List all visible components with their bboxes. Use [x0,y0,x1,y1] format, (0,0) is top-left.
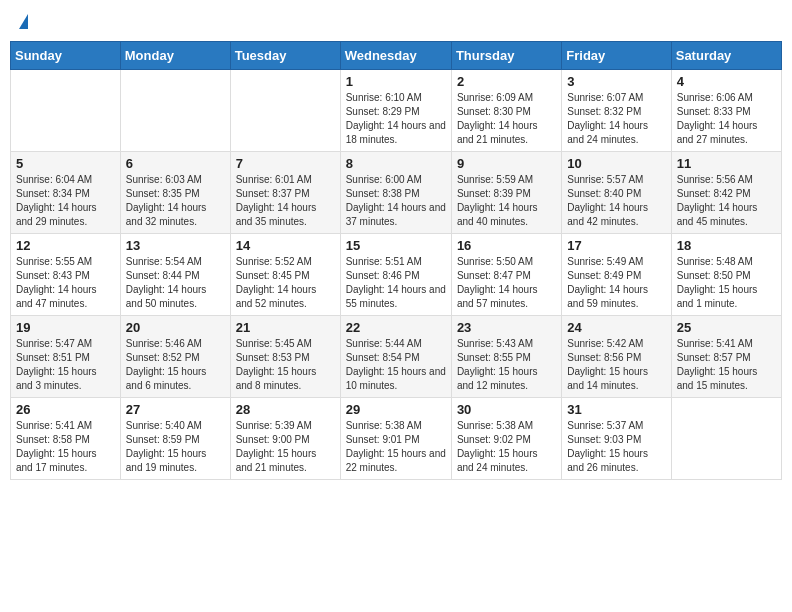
calendar-week-row: 26Sunrise: 5:41 AMSunset: 8:58 PMDayligh… [11,398,782,480]
logo-triangle-icon [19,14,28,29]
day-info: Sunrise: 5:46 AMSunset: 8:52 PMDaylight:… [126,337,225,393]
day-info: Sunrise: 5:51 AMSunset: 8:46 PMDaylight:… [346,255,446,311]
day-info: Sunrise: 5:56 AMSunset: 8:42 PMDaylight:… [677,173,776,229]
day-number: 12 [16,238,115,253]
calendar-table: SundayMondayTuesdayWednesdayThursdayFrid… [10,41,782,480]
calendar-header-row: SundayMondayTuesdayWednesdayThursdayFrid… [11,42,782,70]
calendar-cell: 8Sunrise: 6:00 AMSunset: 8:38 PMDaylight… [340,152,451,234]
page-header [10,10,782,33]
day-number: 20 [126,320,225,335]
calendar-body: 1Sunrise: 6:10 AMSunset: 8:29 PMDaylight… [11,70,782,480]
calendar-cell: 23Sunrise: 5:43 AMSunset: 8:55 PMDayligh… [451,316,561,398]
calendar-week-row: 1Sunrise: 6:10 AMSunset: 8:29 PMDaylight… [11,70,782,152]
day-info: Sunrise: 6:07 AMSunset: 8:32 PMDaylight:… [567,91,665,147]
calendar-week-row: 19Sunrise: 5:47 AMSunset: 8:51 PMDayligh… [11,316,782,398]
calendar-cell: 16Sunrise: 5:50 AMSunset: 8:47 PMDayligh… [451,234,561,316]
day-info: Sunrise: 6:01 AMSunset: 8:37 PMDaylight:… [236,173,335,229]
day-info: Sunrise: 5:50 AMSunset: 8:47 PMDaylight:… [457,255,556,311]
day-info: Sunrise: 5:52 AMSunset: 8:45 PMDaylight:… [236,255,335,311]
day-info: Sunrise: 5:39 AMSunset: 9:00 PMDaylight:… [236,419,335,475]
calendar-cell: 4Sunrise: 6:06 AMSunset: 8:33 PMDaylight… [671,70,781,152]
day-number: 6 [126,156,225,171]
day-number: 17 [567,238,665,253]
day-number: 23 [457,320,556,335]
calendar-cell: 25Sunrise: 5:41 AMSunset: 8:57 PMDayligh… [671,316,781,398]
day-info: Sunrise: 5:41 AMSunset: 8:57 PMDaylight:… [677,337,776,393]
day-number: 16 [457,238,556,253]
calendar-cell: 31Sunrise: 5:37 AMSunset: 9:03 PMDayligh… [562,398,671,480]
weekday-header-wednesday: Wednesday [340,42,451,70]
calendar-cell: 24Sunrise: 5:42 AMSunset: 8:56 PMDayligh… [562,316,671,398]
day-info: Sunrise: 6:00 AMSunset: 8:38 PMDaylight:… [346,173,446,229]
calendar-cell: 3Sunrise: 6:07 AMSunset: 8:32 PMDaylight… [562,70,671,152]
logo [18,14,29,29]
day-number: 24 [567,320,665,335]
day-number: 10 [567,156,665,171]
day-info: Sunrise: 6:06 AMSunset: 8:33 PMDaylight:… [677,91,776,147]
day-info: Sunrise: 5:38 AMSunset: 9:02 PMDaylight:… [457,419,556,475]
day-info: Sunrise: 5:55 AMSunset: 8:43 PMDaylight:… [16,255,115,311]
day-number: 21 [236,320,335,335]
calendar-cell [230,70,340,152]
day-info: Sunrise: 5:47 AMSunset: 8:51 PMDaylight:… [16,337,115,393]
day-number: 9 [457,156,556,171]
calendar-cell: 10Sunrise: 5:57 AMSunset: 8:40 PMDayligh… [562,152,671,234]
calendar-cell: 1Sunrise: 6:10 AMSunset: 8:29 PMDaylight… [340,70,451,152]
calendar-week-row: 5Sunrise: 6:04 AMSunset: 8:34 PMDaylight… [11,152,782,234]
day-number: 31 [567,402,665,417]
day-info: Sunrise: 5:38 AMSunset: 9:01 PMDaylight:… [346,419,446,475]
day-info: Sunrise: 5:44 AMSunset: 8:54 PMDaylight:… [346,337,446,393]
calendar-cell: 7Sunrise: 6:01 AMSunset: 8:37 PMDaylight… [230,152,340,234]
day-info: Sunrise: 5:41 AMSunset: 8:58 PMDaylight:… [16,419,115,475]
calendar-cell: 30Sunrise: 5:38 AMSunset: 9:02 PMDayligh… [451,398,561,480]
day-info: Sunrise: 5:54 AMSunset: 8:44 PMDaylight:… [126,255,225,311]
weekday-header-saturday: Saturday [671,42,781,70]
calendar-cell: 5Sunrise: 6:04 AMSunset: 8:34 PMDaylight… [11,152,121,234]
calendar-cell: 2Sunrise: 6:09 AMSunset: 8:30 PMDaylight… [451,70,561,152]
day-number: 7 [236,156,335,171]
calendar-cell [120,70,230,152]
calendar-cell: 29Sunrise: 5:38 AMSunset: 9:01 PMDayligh… [340,398,451,480]
calendar-cell: 26Sunrise: 5:41 AMSunset: 8:58 PMDayligh… [11,398,121,480]
day-number: 13 [126,238,225,253]
calendar-cell: 20Sunrise: 5:46 AMSunset: 8:52 PMDayligh… [120,316,230,398]
calendar-cell [671,398,781,480]
day-number: 4 [677,74,776,89]
weekday-header-friday: Friday [562,42,671,70]
calendar-cell: 6Sunrise: 6:03 AMSunset: 8:35 PMDaylight… [120,152,230,234]
day-info: Sunrise: 6:10 AMSunset: 8:29 PMDaylight:… [346,91,446,147]
calendar-cell: 19Sunrise: 5:47 AMSunset: 8:51 PMDayligh… [11,316,121,398]
calendar-cell: 14Sunrise: 5:52 AMSunset: 8:45 PMDayligh… [230,234,340,316]
day-info: Sunrise: 5:48 AMSunset: 8:50 PMDaylight:… [677,255,776,311]
weekday-header-tuesday: Tuesday [230,42,340,70]
day-number: 3 [567,74,665,89]
day-info: Sunrise: 6:04 AMSunset: 8:34 PMDaylight:… [16,173,115,229]
calendar-cell: 9Sunrise: 5:59 AMSunset: 8:39 PMDaylight… [451,152,561,234]
weekday-header-monday: Monday [120,42,230,70]
day-info: Sunrise: 5:57 AMSunset: 8:40 PMDaylight:… [567,173,665,229]
calendar-cell: 27Sunrise: 5:40 AMSunset: 8:59 PMDayligh… [120,398,230,480]
day-number: 30 [457,402,556,417]
day-number: 26 [16,402,115,417]
day-number: 27 [126,402,225,417]
day-info: Sunrise: 5:59 AMSunset: 8:39 PMDaylight:… [457,173,556,229]
calendar-cell: 18Sunrise: 5:48 AMSunset: 8:50 PMDayligh… [671,234,781,316]
day-info: Sunrise: 6:03 AMSunset: 8:35 PMDaylight:… [126,173,225,229]
calendar-cell: 15Sunrise: 5:51 AMSunset: 8:46 PMDayligh… [340,234,451,316]
day-number: 5 [16,156,115,171]
day-number: 19 [16,320,115,335]
day-number: 14 [236,238,335,253]
calendar-week-row: 12Sunrise: 5:55 AMSunset: 8:43 PMDayligh… [11,234,782,316]
day-number: 25 [677,320,776,335]
day-number: 8 [346,156,446,171]
day-number: 1 [346,74,446,89]
day-number: 11 [677,156,776,171]
day-number: 22 [346,320,446,335]
day-number: 18 [677,238,776,253]
calendar-cell: 11Sunrise: 5:56 AMSunset: 8:42 PMDayligh… [671,152,781,234]
calendar-cell: 12Sunrise: 5:55 AMSunset: 8:43 PMDayligh… [11,234,121,316]
day-info: Sunrise: 5:40 AMSunset: 8:59 PMDaylight:… [126,419,225,475]
day-info: Sunrise: 5:45 AMSunset: 8:53 PMDaylight:… [236,337,335,393]
day-info: Sunrise: 5:49 AMSunset: 8:49 PMDaylight:… [567,255,665,311]
calendar-cell: 22Sunrise: 5:44 AMSunset: 8:54 PMDayligh… [340,316,451,398]
